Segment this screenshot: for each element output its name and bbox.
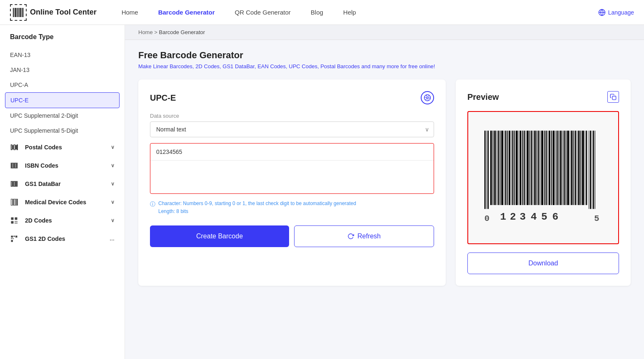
svg-rect-62 [509, 131, 510, 205]
nav-blog[interactable]: Blog [311, 9, 323, 16]
svg-rect-77 [537, 131, 537, 205]
sidebar-group-postal[interactable]: Postal Codes ∨ [0, 138, 125, 156]
sidebar-group-gs1-2d[interactable]: GS1 2D Codes … [0, 230, 125, 248]
svg-rect-94 [567, 131, 569, 205]
data-input-inner [150, 144, 434, 160]
svg-rect-15 [16, 146, 17, 149]
breadcrumb-separator: > [154, 29, 157, 35]
medical-label: Medical Device Codes [25, 199, 86, 205]
gs1-chevron: ∨ [111, 181, 115, 187]
data-source-label: Data source [150, 113, 434, 119]
sidebar-item-upca[interactable]: UPC-A [0, 77, 125, 92]
svg-rect-6 [20, 8, 21, 17]
download-button[interactable]: Download [467, 253, 619, 274]
svg-rect-98 [575, 131, 576, 205]
svg-rect-4 [17, 8, 18, 17]
preview-header: Preview [467, 91, 619, 103]
svg-rect-63 [511, 131, 512, 205]
svg-rect-83 [547, 131, 548, 205]
svg-rect-104 [586, 131, 587, 205]
nav-help[interactable]: Help [343, 9, 356, 16]
copy-button[interactable] [607, 91, 619, 103]
data-source-select[interactable]: Normal text [150, 121, 434, 137]
refresh-button[interactable]: Refresh [294, 225, 434, 247]
svg-text:5: 5 [594, 214, 599, 223]
gs1-icon [10, 180, 18, 188]
svg-rect-31 [17, 199, 18, 205]
svg-rect-68 [520, 131, 522, 205]
gs1-2d-chevron: … [110, 236, 115, 242]
isbn-icon [10, 161, 18, 170]
svg-rect-66 [516, 131, 518, 205]
svg-rect-52 [490, 131, 492, 205]
gs1-2d-icon [10, 235, 18, 243]
create-barcode-button[interactable]: Create Barcode [150, 225, 289, 247]
copy-icon [610, 94, 617, 100]
sidebar-title: Barcode Type [0, 33, 125, 47]
logo[interactable]: Online Tool Center [10, 4, 97, 21]
nav-home[interactable]: Home [122, 9, 138, 16]
page-layout: Barcode Type EAN-13 JAN-13 UPC-A UPC-E U… [0, 25, 644, 359]
content-area: Free Barcode Generator Make Linear Barco… [125, 40, 644, 296]
svg-rect-2 [15, 8, 16, 17]
svg-rect-93 [566, 131, 567, 205]
medical-chevron: ∨ [111, 199, 115, 205]
tool-card-header: UPC-E [150, 91, 434, 104]
language-switcher[interactable]: Language [598, 9, 634, 16]
svg-rect-106 [590, 131, 591, 209]
sidebar-item-ean13[interactable]: EAN-13 [0, 47, 125, 62]
barcode-svg: 0 1 2 3 4 5 6 5 [477, 124, 610, 232]
svg-rect-56 [498, 131, 499, 205]
refresh-label: Refresh [357, 233, 381, 240]
svg-rect-3 [17, 8, 17, 17]
svg-rect-37 [15, 223, 16, 223]
info-button[interactable] [421, 91, 434, 104]
svg-rect-13 [12, 146, 13, 149]
sidebar-item-upce[interactable]: UPC-E [5, 92, 120, 108]
2d-chevron: ∨ [111, 218, 115, 223]
svg-rect-53 [493, 131, 494, 205]
gs1-label: GS1 DataBar [25, 181, 61, 187]
sidebar-group-2d[interactable]: 2D Codes ∨ [0, 211, 125, 230]
svg-text:6: 6 [552, 211, 559, 223]
2d-label: 2D Codes [25, 217, 52, 224]
svg-rect-84 [549, 131, 550, 205]
svg-rect-96 [571, 131, 573, 205]
sidebar-group-gs1[interactable]: GS1 DataBar ∨ [0, 175, 125, 193]
svg-rect-44 [11, 240, 13, 242]
data-input[interactable] [156, 149, 428, 155]
action-buttons: Create Barcode Refresh [150, 225, 434, 247]
svg-rect-35 [15, 221, 16, 222]
data-input-area [150, 143, 434, 194]
breadcrumb-home[interactable]: Home [138, 29, 153, 35]
svg-text:3: 3 [520, 211, 526, 223]
svg-rect-29 [14, 199, 15, 205]
postal-icon [10, 143, 18, 151]
sidebar-group-isbn[interactable]: ISBN Codes ∨ [0, 156, 125, 175]
nav-qr-code[interactable]: QR Code Generator [235, 9, 291, 16]
hint-line2: Length: 8 bits [158, 208, 188, 214]
svg-rect-60 [505, 131, 507, 205]
nav-barcode-generator[interactable]: Barcode Generator [158, 9, 215, 16]
svg-rect-87 [555, 131, 556, 205]
svg-rect-28 [13, 199, 14, 205]
svg-rect-12 [11, 145, 12, 150]
sidebar-item-jan13[interactable]: JAN-13 [0, 62, 125, 77]
svg-rect-48 [612, 96, 616, 100]
sidebar-item-upc5[interactable]: UPC Supplemental 5-Digit [0, 123, 125, 138]
svg-rect-20 [15, 163, 16, 168]
svg-text:2: 2 [510, 211, 516, 223]
sidebar-item-upc2[interactable]: UPC Supplemental 2-Digit [0, 108, 125, 123]
hint-line1: Character: Numbers 0-9, starting 0 or 1,… [158, 201, 356, 206]
preview-card: Preview [456, 79, 631, 286]
svg-rect-54 [494, 131, 496, 205]
svg-rect-71 [526, 131, 526, 205]
svg-rect-99 [577, 131, 577, 205]
hint-icon: ⓘ [150, 200, 155, 209]
barcode-preview-area: 0 1 2 3 4 5 6 5 [467, 111, 619, 244]
svg-rect-30 [16, 199, 17, 205]
svg-rect-39 [11, 236, 13, 238]
data-input-extra[interactable] [150, 160, 434, 193]
svg-rect-25 [15, 181, 16, 186]
sidebar-group-medical[interactable]: Medical Device Codes ∨ [0, 193, 125, 211]
